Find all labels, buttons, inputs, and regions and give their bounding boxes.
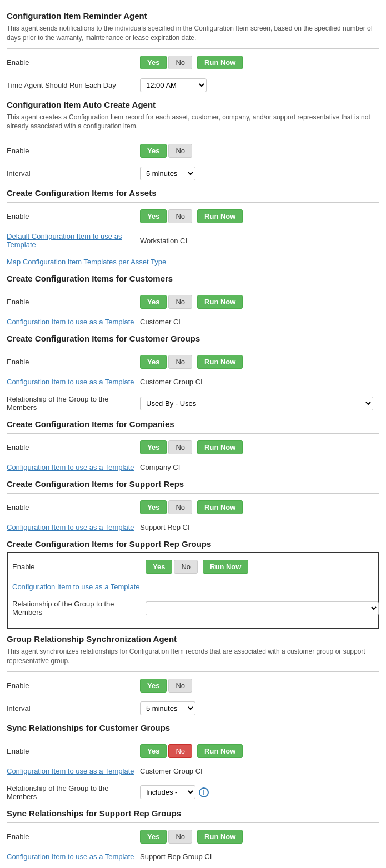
no-button-customer-groups[interactable]: No bbox=[168, 355, 192, 369]
interval-select-group-rel-sync[interactable]: 5 minutes bbox=[140, 701, 195, 715]
relationship-select-wrapper-customer-groups: Used By - Uses bbox=[140, 397, 373, 410]
label-ci-template-sync-support-rep-groups: Configuration Item to use as a Template bbox=[7, 852, 140, 861]
btn-group-reminder: Yes No Run Now bbox=[140, 56, 243, 69]
field-row-relationship-support-rep-groups: Relationship of the Group to the Members bbox=[12, 598, 374, 619]
page-wrapper: Configuration Item Reminder Agent This a… bbox=[0, 0, 386, 868]
field-row-enable-customers: Enable Yes No Run Now bbox=[7, 293, 379, 311]
label-default-ci-template: Default Configuration Item to use as Tem… bbox=[7, 232, 140, 249]
no-button-companies[interactable]: No bbox=[168, 440, 192, 454]
field-row-relationship-customer-groups: Relationship of the Group to the Members… bbox=[7, 393, 379, 414]
run-now-button-companies[interactable]: Run Now bbox=[197, 440, 243, 454]
divider bbox=[7, 202, 379, 203]
section-sync-customer-groups: Sync Relationships for Customer Groups E… bbox=[7, 723, 379, 803]
yes-button-customer-groups[interactable]: Yes bbox=[140, 355, 167, 369]
no-button-auto-create[interactable]: No bbox=[168, 144, 192, 158]
label-relationship-sync-customer-groups: Relationship of the Group to the Members bbox=[7, 784, 140, 801]
link-ci-template-customers[interactable]: Configuration Item to use as a Template bbox=[7, 318, 134, 326]
btn-group-assets: Yes No Run Now bbox=[140, 209, 243, 223]
field-row-enable-reminder: Enable Yes No Run Now bbox=[7, 53, 379, 72]
field-row-enable-customer-groups: Enable Yes No Run Now bbox=[7, 353, 379, 371]
link-default-ci-template[interactable]: Default Configuration Item to use as Tem… bbox=[7, 232, 122, 249]
info-icon-sync-customer-groups[interactable]: i bbox=[199, 787, 209, 797]
section-title-sync-customer-groups: Sync Relationships for Customer Groups bbox=[7, 723, 379, 732]
no-button-reminder[interactable]: No bbox=[168, 56, 192, 69]
label-enable-assets: Enable bbox=[7, 212, 140, 220]
section-group-rel-sync: Group Relationship Synchronization Agent… bbox=[7, 634, 379, 718]
field-row-ci-template-sync-support-rep-groups: Configuration Item to use as a Template … bbox=[7, 850, 379, 863]
yes-button-companies[interactable]: Yes bbox=[140, 440, 167, 454]
value-ci-template-customers: Customer CI bbox=[140, 318, 379, 326]
relationship-select-wrapper-support-rep-groups bbox=[146, 601, 379, 615]
yes-button-support-rep-groups[interactable]: Yes bbox=[146, 560, 172, 574]
run-now-button-customers[interactable]: Run Now bbox=[197, 295, 243, 309]
yes-button-sync-customer-groups[interactable]: Yes bbox=[140, 744, 167, 758]
yes-button-group-rel-sync[interactable]: Yes bbox=[140, 679, 167, 693]
section-title-ci-customers: Create Configuration Items for Customers bbox=[7, 274, 379, 283]
yes-button-assets[interactable]: Yes bbox=[140, 209, 167, 223]
divider bbox=[7, 348, 379, 348]
section-title-ci-customer-groups: Create Configuration Items for Customer … bbox=[7, 334, 379, 343]
field-row-default-ci-template: Default Configuration Item to use as Tem… bbox=[7, 230, 379, 251]
field-row-interval-auto-create: Interval 5 minutes bbox=[7, 164, 379, 183]
link-ci-template-customer-groups[interactable]: Configuration Item to use as a Template bbox=[7, 378, 134, 386]
section-title-ci-reminder: Configuration Item Reminder Agent bbox=[7, 11, 379, 21]
label-interval-group-rel-sync: Interval bbox=[7, 704, 140, 713]
relationship-select-support-rep-groups[interactable] bbox=[146, 601, 379, 615]
relationship-select-customer-groups[interactable]: Used By - Uses bbox=[140, 397, 373, 410]
divider bbox=[7, 288, 379, 288]
interval-select-auto-create[interactable]: 5 minutes bbox=[140, 167, 195, 180]
link-ci-template-sync-support-rep-groups[interactable]: Configuration Item to use as a Template bbox=[7, 852, 134, 861]
section-desc-group-rel-sync: This agent synchronizes relationships fo… bbox=[7, 647, 379, 666]
no-button-sync-support-rep-groups[interactable]: No bbox=[168, 830, 192, 844]
no-button-support-reps[interactable]: No bbox=[168, 500, 192, 514]
link-ci-template-sync-customer-groups[interactable]: Configuration Item to use as a Template bbox=[7, 767, 134, 775]
link-ci-template-companies[interactable]: Configuration Item to use as a Template bbox=[7, 463, 134, 471]
run-now-button-sync-customer-groups[interactable]: Run Now bbox=[197, 744, 243, 758]
includes-select-sync-customer-groups[interactable]: Includes - bbox=[140, 785, 195, 799]
no-button-support-rep-groups[interactable]: No bbox=[174, 560, 198, 574]
run-now-button-sync-support-rep-groups[interactable]: Run Now bbox=[197, 830, 243, 844]
field-row-ci-template-companies: Configuration Item to use as a Template … bbox=[7, 461, 379, 474]
link-ci-template-support-reps[interactable]: Configuration Item to use as a Template bbox=[7, 523, 134, 531]
run-now-button-support-rep-groups[interactable]: Run Now bbox=[203, 560, 248, 574]
run-now-button-reminder[interactable]: Run Now bbox=[197, 56, 243, 69]
field-row-ci-template-customer-groups: Configuration Item to use as a Template … bbox=[7, 375, 379, 388]
link-map-ci-templates[interactable]: Map Configuration Item Templates per Ass… bbox=[7, 258, 166, 266]
section-title-sync-support-rep-groups: Sync Relationships for Support Rep Group… bbox=[7, 809, 379, 818]
field-row-ci-template-sync-customer-groups: Configuration Item to use as a Template … bbox=[7, 765, 379, 777]
label-enable-reminder: Enable bbox=[7, 58, 140, 67]
label-enable-sync-customer-groups: Enable bbox=[7, 747, 140, 755]
run-now-button-customer-groups[interactable]: Run Now bbox=[197, 355, 243, 369]
section-sync-support-rep-groups: Sync Relationships for Support Rep Group… bbox=[7, 809, 379, 868]
no-button-sync-customer-groups[interactable]: No bbox=[168, 744, 192, 758]
yes-button-reminder[interactable]: Yes bbox=[140, 56, 167, 69]
btn-group-sync-customer-groups: Yes No Run Now bbox=[140, 744, 243, 758]
section-title-ci-auto-create: Configuration Item Auto Create Agent bbox=[7, 100, 379, 109]
link-ci-template-support-rep-groups[interactable]: Configuration Item to use as a Template bbox=[12, 583, 140, 591]
divider bbox=[7, 48, 379, 49]
run-now-button-assets[interactable]: Run Now bbox=[197, 209, 243, 223]
no-button-group-rel-sync[interactable]: No bbox=[168, 679, 192, 693]
field-row-relationship-sync-customer-groups: Relationship of the Group to the Members… bbox=[7, 782, 379, 803]
time-select-reminder[interactable]: 12:00 AM bbox=[140, 78, 207, 92]
yes-button-auto-create[interactable]: Yes bbox=[140, 144, 167, 158]
run-now-button-support-reps[interactable]: Run Now bbox=[197, 500, 243, 514]
label-enable-auto-create: Enable bbox=[7, 147, 140, 155]
yes-button-customers[interactable]: Yes bbox=[140, 295, 167, 309]
label-interval-auto-create: Interval bbox=[7, 169, 140, 178]
section-ci-reminder-agent: Configuration Item Reminder Agent This a… bbox=[7, 11, 379, 94]
yes-button-support-reps[interactable]: Yes bbox=[140, 500, 167, 514]
divider bbox=[7, 137, 379, 137]
value-ci-template-sync-support-rep-groups: Support Rep Group CI bbox=[140, 852, 379, 861]
section-title-ci-companies: Create Configuration Items for Companies bbox=[7, 419, 379, 429]
interval-select-wrapper-group-rel-sync: 5 minutes bbox=[140, 701, 195, 715]
no-button-assets[interactable]: No bbox=[168, 209, 192, 223]
label-enable-customers: Enable bbox=[7, 298, 140, 306]
btn-group-sync-support-rep-groups: Yes No Run Now bbox=[140, 830, 243, 844]
no-button-customers[interactable]: No bbox=[168, 295, 192, 309]
highlight-box-support-rep-groups: Enable Yes No Run Now Configuration Item… bbox=[7, 552, 379, 629]
field-row-ci-template-support-reps: Configuration Item to use as a Template … bbox=[7, 521, 379, 534]
section-title-ci-support-reps: Create Configuration Items for Support R… bbox=[7, 479, 379, 489]
yes-button-sync-support-rep-groups[interactable]: Yes bbox=[140, 830, 167, 844]
section-ci-customer-groups: Create Configuration Items for Customer … bbox=[7, 334, 379, 414]
